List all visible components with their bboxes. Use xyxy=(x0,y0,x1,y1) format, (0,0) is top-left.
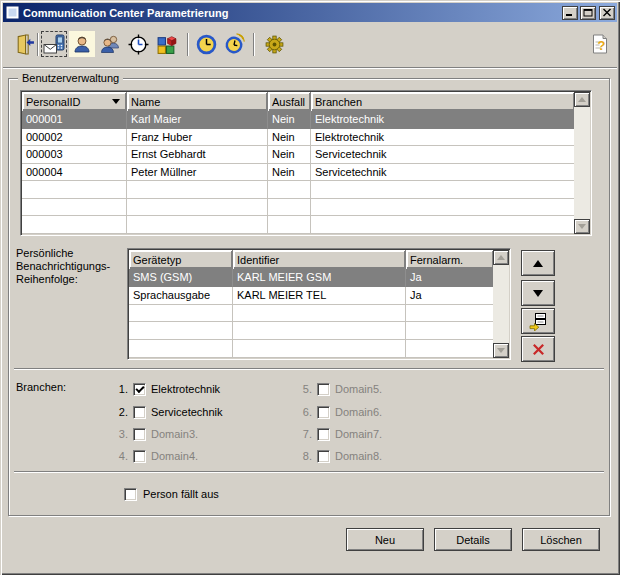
scroll-up-button[interactable] xyxy=(574,92,590,107)
scroll-up-icon xyxy=(497,255,505,260)
column-header-geraetetyp[interactable]: Gerätetyp xyxy=(129,250,233,269)
column-header-ausfall[interactable]: Ausfall xyxy=(268,92,311,111)
checkbox-label: Domain6. xyxy=(335,406,382,418)
maximize-icon xyxy=(583,8,593,17)
notification-table-header: Gerätetyp Identifier Fernalarm. xyxy=(129,250,493,269)
branchen-item-4: 4. Domain4. xyxy=(112,449,198,463)
table-row-empty[interactable] xyxy=(22,216,574,234)
user-group-button[interactable] xyxy=(97,31,123,57)
cell-empty xyxy=(268,216,311,234)
cell-ausfall: Nein xyxy=(268,129,311,147)
checkbox-person-faellt-aus[interactable] xyxy=(124,488,137,501)
scroll-down-icon xyxy=(497,348,505,353)
cell-identifier: KARL MEIER TEL xyxy=(233,287,406,305)
item-number: 4. xyxy=(112,450,128,462)
scroll-up-button[interactable] xyxy=(493,250,509,265)
column-header-fernalarm[interactable]: Fernalarm. xyxy=(406,250,493,269)
cell-fernalarm: Ja xyxy=(406,287,493,305)
table-row[interactable]: 000003 Ernst Gebhardt Nein Servicetechni… xyxy=(22,146,574,164)
table-row-empty[interactable] xyxy=(22,181,574,199)
exit-door-icon xyxy=(14,34,35,55)
checkbox-label: Domain4. xyxy=(151,450,198,462)
users-table-scrollbar[interactable] xyxy=(574,92,590,234)
table-row-empty[interactable] xyxy=(129,340,493,358)
loeschen-button[interactable]: Löschen xyxy=(522,528,600,551)
toolbar-divider xyxy=(3,67,617,69)
column-header-label: PersonalID xyxy=(26,96,80,108)
section-divider xyxy=(14,368,604,370)
sort-dropdown-icon[interactable] xyxy=(110,96,122,108)
move-up-button[interactable] xyxy=(521,250,555,276)
notification-table: Gerätetyp Identifier Fernalarm. SMS (GSM… xyxy=(127,248,511,360)
cell-personalid: 000004 xyxy=(22,164,127,182)
table-row[interactable]: SMS (GSM) KARL MEIER GSM Ja xyxy=(129,269,493,287)
scroll-down-icon xyxy=(578,224,586,229)
delete-entry-button[interactable] xyxy=(521,336,555,362)
cell-empty xyxy=(406,322,493,340)
table-row-empty[interactable] xyxy=(129,322,493,340)
notification-table-scrollbar[interactable] xyxy=(493,250,509,358)
branchen-item-1: 1. Elektrotechnik xyxy=(112,382,220,396)
domains-button[interactable] xyxy=(153,31,179,57)
checkbox-domain8 xyxy=(317,450,330,463)
cell-empty xyxy=(127,216,268,234)
neu-button[interactable]: Neu xyxy=(346,528,424,551)
checkbox-domain4 xyxy=(133,450,146,463)
table-row-empty[interactable] xyxy=(22,199,574,217)
toolbar-separator xyxy=(253,33,255,56)
cell-empty xyxy=(311,181,574,199)
cell-identifier: KARL MEIER GSM xyxy=(233,269,406,287)
item-number: 3. xyxy=(112,428,128,440)
column-header-name[interactable]: Name xyxy=(127,92,268,111)
cell-personalid: 000002 xyxy=(22,129,127,147)
item-number: 7. xyxy=(296,428,312,440)
close-button[interactable] xyxy=(599,6,615,20)
table-row[interactable]: 000001 Karl Maier Nein Elektrotechnik xyxy=(22,111,574,129)
branchen-item-7: 7. Domain7. xyxy=(296,427,382,441)
cell-empty xyxy=(129,322,233,340)
checkbox-elektrotechnik[interactable] xyxy=(133,383,146,396)
table-row-empty[interactable] xyxy=(129,305,493,323)
cell-empty xyxy=(129,305,233,323)
cell-empty xyxy=(129,340,233,358)
schedule-button[interactable] xyxy=(125,31,151,57)
cell-branchen: Servicetechnik xyxy=(311,146,574,164)
scroll-down-button[interactable] xyxy=(493,343,509,358)
cell-name: Peter Müllner xyxy=(127,164,268,182)
notification-devices-button[interactable] xyxy=(41,31,67,57)
section-divider xyxy=(14,471,604,473)
cell-empty xyxy=(406,340,493,358)
cell-name: Karl Maier xyxy=(127,111,268,129)
table-row[interactable]: 000002 Franz Huber Nein Elektrotechnik xyxy=(22,129,574,147)
settings-button[interactable] xyxy=(261,31,287,57)
user-button[interactable] xyxy=(69,31,95,57)
branchen-item-8: 8. Domain8. xyxy=(296,449,382,463)
time-button[interactable] xyxy=(193,31,219,57)
checkbox-label: Domain7. xyxy=(335,428,382,440)
checkbox-label: Domain5. xyxy=(335,383,382,395)
column-header-personalid[interactable]: PersonalID xyxy=(22,92,127,111)
exit-button[interactable] xyxy=(11,31,37,57)
item-number: 5. xyxy=(296,383,312,395)
cell-empty xyxy=(311,199,574,217)
arrow-up-icon xyxy=(533,260,543,267)
column-header-branchen[interactable]: Branchen xyxy=(311,92,574,111)
details-button[interactable]: Details xyxy=(434,528,512,551)
alarm-button[interactable] xyxy=(222,31,248,57)
checkbox-servicetechnik[interactable] xyxy=(133,406,146,419)
cell-personalid: 000003 xyxy=(22,146,127,164)
table-row[interactable]: 000004 Peter Müllner Nein Servicetechnik xyxy=(22,164,574,182)
help-button[interactable]: ? xyxy=(587,31,613,57)
column-header-identifier[interactable]: Identifier xyxy=(233,250,406,269)
label-line: Reihenfolge: xyxy=(16,273,110,286)
cell-fernalarm: Ja xyxy=(406,269,493,287)
assign-device-button[interactable] xyxy=(521,308,555,334)
minimize-icon xyxy=(565,8,575,17)
move-down-button[interactable] xyxy=(521,280,555,306)
table-row[interactable]: Sprachausgabe KARL MEIER TEL Ja xyxy=(129,287,493,305)
maximize-button[interactable] xyxy=(580,6,596,20)
cell-empty xyxy=(127,181,268,199)
minimize-button[interactable] xyxy=(562,6,578,20)
titlebar[interactable]: Communication Center Parametrierung xyxy=(3,3,617,22)
scroll-down-button[interactable] xyxy=(574,219,590,234)
